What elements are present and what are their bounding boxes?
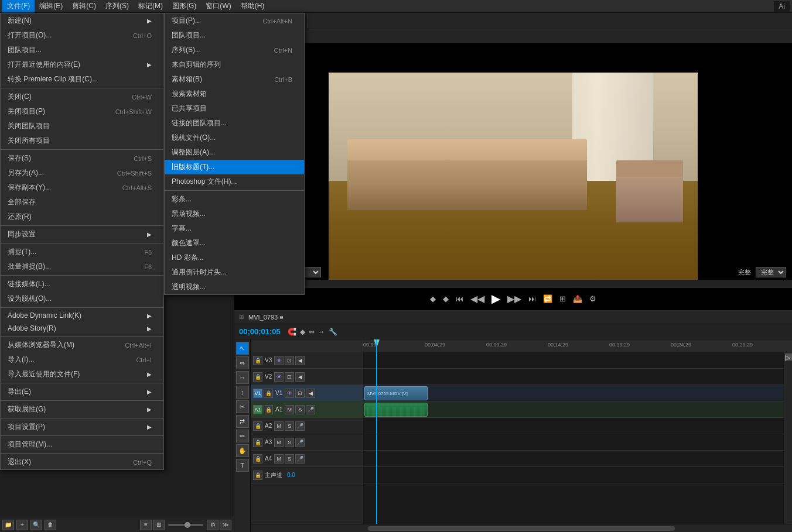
new-sequence[interactable]: 序列(S)... Ctrl+N: [165, 43, 304, 57]
v1-lock[interactable]: 🔒: [264, 389, 273, 398]
file-close-all[interactable]: 关闭所有项目: [1, 133, 163, 148]
ripple-tool[interactable]: ⇔: [236, 356, 249, 369]
new-team-project[interactable]: 团队项目...: [165, 28, 304, 43]
menu-sequence[interactable]: 序列(S): [101, 0, 134, 12]
v1-track-content[interactable]: MVI_0759.MOV [V]: [363, 385, 784, 401]
menu-help[interactable]: 帮助(H): [236, 0, 269, 12]
a4-lock[interactable]: 🔒: [253, 454, 262, 464]
menu-clip[interactable]: 剪辑(C): [67, 0, 101, 12]
mark-in-button[interactable]: ◆: [430, 294, 436, 303]
v2-toggle[interactable]: ◀: [295, 372, 305, 382]
panel-menu-button[interactable]: ≫: [220, 520, 231, 530]
file-adobe-story[interactable]: Adobe Story(R) ▶: [1, 322, 163, 335]
master-track-content[interactable]: [363, 467, 784, 483]
delete-button[interactable]: 🗑: [45, 520, 56, 530]
new-legacy-title[interactable]: 旧版标题(T)...: [165, 160, 304, 174]
tl-tools-button[interactable]: 🔧: [329, 328, 337, 336]
a1-mute[interactable]: M: [285, 405, 294, 414]
menu-file[interactable]: 文件(F): [2, 0, 35, 12]
menu-graphics[interactable]: 图形(G): [168, 0, 201, 12]
a4-solo[interactable]: S: [285, 454, 294, 464]
step-forward-button[interactable]: ▶▶: [507, 293, 521, 304]
new-bin-button[interactable]: 📁: [2, 520, 14, 530]
a1-lock[interactable]: 🔒: [264, 405, 273, 414]
a2-lock[interactable]: 🔒: [253, 421, 262, 431]
text-tool[interactable]: T: [236, 459, 249, 472]
scroll-track[interactable]: [368, 526, 675, 531]
file-import-browser[interactable]: 从媒体浏览器导入(M) Ctrl+Alt+I: [1, 338, 163, 352]
v2-track-content[interactable]: [363, 369, 784, 385]
menu-edit[interactable]: 编辑(E): [35, 0, 67, 12]
zoom-slider[interactable]: [168, 524, 203, 526]
new-caption[interactable]: 字幕...: [165, 221, 304, 236]
go-to-in-button[interactable]: ⏮: [456, 294, 463, 303]
new-bars-and-tone[interactable]: 彩条...: [165, 192, 304, 207]
play-button[interactable]: ▶: [491, 291, 500, 306]
a4-mute[interactable]: M: [274, 454, 284, 464]
new-offline-file[interactable]: 脱机文件(O)...: [165, 131, 304, 145]
v2-sync[interactable]: ⊡: [285, 372, 294, 382]
file-sync-settings[interactable]: 同步设置 ▶: [1, 227, 163, 242]
file-import-recent[interactable]: 导入最近使用的文件(F) ▶: [1, 367, 163, 382]
a3-solo[interactable]: S: [285, 438, 294, 447]
a3-track-content[interactable]: [363, 434, 784, 451]
new-adjustment-layer[interactable]: 调整图层(A)...: [165, 145, 304, 160]
new-linked-team-project[interactable]: 链接的团队项目...: [165, 116, 304, 131]
v2-lock[interactable]: 🔒: [253, 372, 262, 382]
file-offline[interactable]: 设为脱机(O)...: [1, 291, 163, 306]
file-exit[interactable]: 退出(X) Ctrl+Q: [1, 455, 163, 469]
roll-tool[interactable]: ↔: [236, 371, 249, 384]
new-item-button[interactable]: +: [16, 520, 28, 530]
file-dynamic-link[interactable]: Adobe Dynamic Link(K) ▶: [1, 309, 163, 322]
tl-rolling-button[interactable]: ↔: [318, 328, 325, 336]
v3-toggle[interactable]: ◀: [295, 356, 305, 365]
razor-tool[interactable]: ✂: [236, 400, 249, 413]
file-open-recent[interactable]: 打开最近使用的内容(E) ▶: [1, 57, 163, 72]
file-team-project[interactable]: 团队项目...: [1, 43, 163, 57]
v2-eye[interactable]: 👁: [274, 372, 284, 382]
v1-sync[interactable]: ⊡: [295, 389, 305, 398]
new-bin[interactable]: 素材箱(B) Ctrl+B: [165, 72, 304, 87]
a2-mute[interactable]: M: [274, 421, 284, 431]
new-black-video[interactable]: 黑场视频...: [165, 207, 304, 221]
pen-tool[interactable]: ✏: [236, 430, 249, 442]
file-save-as[interactable]: 另存为(A)... Ctrl+Shift+S: [1, 166, 163, 180]
v1-clip[interactable]: MVI_0759.MOV [V]: [364, 386, 428, 400]
mark-out-button[interactable]: ◆: [443, 294, 449, 303]
a3-mic[interactable]: 🎤: [295, 438, 305, 447]
file-project-settings[interactable]: 项目设置(P) ▶: [1, 420, 163, 434]
settings-button-2[interactable]: ⚙: [589, 294, 596, 303]
scrub-bar[interactable]: [234, 280, 792, 288]
a2-mic[interactable]: 🎤: [295, 421, 305, 431]
menu-marker[interactable]: 标记(M): [134, 0, 168, 12]
v1-toggle[interactable]: ◀: [306, 389, 315, 398]
a1-clip[interactable]: [364, 403, 428, 417]
file-get-properties[interactable]: 获取属性(G) ▶: [1, 402, 163, 417]
new-color-matte[interactable]: 颜色遮罩...: [165, 236, 304, 250]
a1-source[interactable]: A1: [253, 405, 262, 414]
a1-solo[interactable]: S: [295, 405, 305, 414]
safe-margin-button[interactable]: ⊞: [559, 294, 566, 303]
find-button[interactable]: 🔍: [30, 520, 42, 530]
a1-track-content[interactable]: [363, 401, 784, 418]
v3-track-content[interactable]: [363, 352, 784, 369]
a3-lock[interactable]: 🔒: [253, 438, 262, 447]
a4-track-content[interactable]: [363, 451, 784, 467]
settings-button[interactable]: ⚙: [207, 520, 219, 530]
track-content-area[interactable]: MVI_0759.MOV [V]: [363, 352, 784, 524]
rate-tool[interactable]: ↕: [236, 386, 249, 399]
file-import[interactable]: 导入(I)... Ctrl+I: [1, 352, 163, 367]
v3-lock[interactable]: 🔒: [253, 356, 262, 365]
loop-button[interactable]: 🔁: [543, 294, 552, 303]
tl-ripple-button[interactable]: ⇔: [309, 328, 315, 336]
file-close[interactable]: 关闭(C) Ctrl+W: [1, 90, 163, 104]
a4-mic[interactable]: 🎤: [295, 454, 305, 464]
scroll-right-btn[interactable]: ▷: [785, 353, 792, 361]
tl-snap-button[interactable]: 🧲: [288, 328, 296, 336]
file-link-media[interactable]: 链接媒体(L)...: [1, 277, 163, 291]
select-tool[interactable]: ↖: [236, 342, 249, 355]
list-view-button[interactable]: ≡: [140, 520, 152, 530]
file-new[interactable]: 新建(N) ▶: [1, 13, 163, 28]
file-save[interactable]: 保存(S) Ctrl+S: [1, 151, 163, 166]
file-revert[interactable]: 还原(R): [1, 210, 163, 224]
